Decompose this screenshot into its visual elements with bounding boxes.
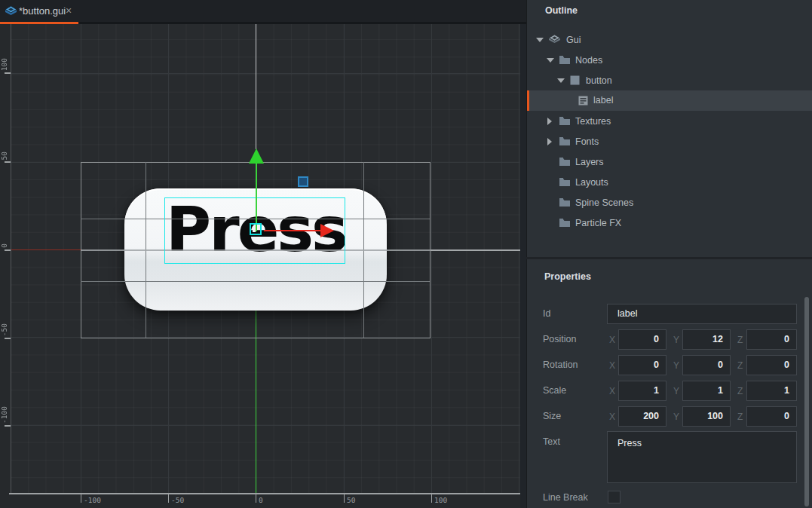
tree-label: Layouts [575, 177, 608, 188]
ruler-label: 0 [259, 496, 263, 504]
ruler-tick [5, 425, 11, 427]
ruler-tick [5, 72, 11, 74]
ruler-label: -100 [84, 496, 101, 504]
axis-x-label: X [609, 360, 615, 371]
expand-icon[interactable] [547, 138, 552, 145]
tree-row-gui[interactable]: Gui [527, 30, 812, 50]
property-label-line-break: Line Break [543, 492, 588, 503]
text-field[interactable]: Press [607, 431, 797, 483]
slice9-guide [81, 281, 430, 282]
tab-close-icon[interactable]: × [66, 5, 72, 17]
ruler-label: 0 [0, 243, 9, 248]
tree-label: Textures [575, 116, 611, 127]
collapse-icon[interactable] [547, 58, 554, 63]
ruler-line [9, 493, 520, 494]
move-handle-x-line[interactable] [264, 230, 321, 231]
scale-x-field[interactable]: 1 [618, 381, 666, 401]
collapse-icon[interactable] [557, 78, 565, 83]
position-y-field[interactable]: 12 [682, 329, 731, 350]
box-node-icon [570, 75, 580, 85]
ruler-label: 100 [0, 58, 9, 71]
grid-line [11, 73, 520, 74]
tree-label: Particle FX [575, 218, 621, 228]
ruler-left: 100 50 0 -50 -100 [0, 24, 11, 493]
ruler-label: -50 [0, 323, 9, 336]
tree-row-layers[interactable]: Layers [527, 152, 812, 173]
size-y-field[interactable]: 100 [682, 406, 731, 427]
size-z-field[interactable]: 0 [746, 406, 797, 427]
tab-title: *button.gui [19, 5, 66, 17]
rotation-y-field[interactable]: 0 [682, 355, 731, 375]
axis-z-label: Z [737, 386, 743, 396]
move-handle-x-arrow[interactable] [320, 224, 334, 237]
scale-z-field[interactable]: 1 [746, 381, 797, 401]
pivot-mark [253, 226, 256, 232]
axis-y-label: Y [673, 386, 679, 396]
property-label-rotation: Rotation [543, 360, 578, 370]
ruler-label: -100 [0, 406, 9, 424]
defold-editor-window: *button.gui × Press [0, 0, 812, 508]
grid-line [11, 425, 520, 426]
properties-header: Properties [544, 271, 591, 282]
tree-row-nodes[interactable]: Nodes [527, 50, 812, 71]
grid-line [519, 24, 519, 493]
tree-row-button[interactable]: button [527, 71, 812, 91]
axis-x-label: X [609, 386, 615, 396]
tree-label: Nodes [575, 55, 602, 66]
tree-label: Layers [575, 157, 604, 167]
folder-icon [559, 116, 570, 125]
collapse-icon[interactable] [536, 38, 544, 42]
move-handle-y-line[interactable] [256, 164, 257, 231]
folder-icon [559, 136, 570, 145]
expand-icon[interactable] [547, 118, 552, 125]
tree-row-label[interactable]: label [527, 90, 812, 111]
pivot-handle[interactable] [250, 223, 262, 235]
axis-x-label: X [609, 412, 615, 422]
tree-label: Fonts [575, 136, 599, 147]
rotation-x-field[interactable]: 0 [618, 355, 666, 375]
folder-icon [559, 218, 570, 227]
folder-icon [559, 55, 570, 64]
ruler-label: 50 [347, 496, 355, 504]
move-handle-y-arrow[interactable] [249, 148, 264, 164]
ruler-tick [5, 249, 11, 251]
scene-viewport[interactable]: Press [11, 24, 520, 493]
x-axis-red-line [11, 249, 81, 250]
ruler-label: 50 [0, 151, 9, 160]
property-label-scale: Scale [543, 385, 566, 396]
rotation-z-field[interactable]: 0 [746, 355, 797, 375]
axis-y-label: Y [673, 335, 679, 345]
size-x-field[interactable]: 200 [618, 406, 666, 427]
position-x-field[interactable]: 0 [618, 329, 666, 350]
tab-button-gui[interactable]: *button.gui × [0, 0, 78, 22]
scale-y-field[interactable]: 1 [682, 381, 731, 401]
grid-line [431, 24, 432, 493]
scale-handle-blue[interactable] [298, 176, 308, 187]
folder-icon [559, 177, 570, 186]
ruler-tick [81, 493, 81, 503]
ruler-tick [5, 338, 11, 339]
axis-z-label: Z [737, 335, 743, 345]
folder-icon [559, 157, 570, 166]
ruler-label: -50 [171, 496, 184, 504]
tree-label: label [593, 95, 613, 106]
ruler-tick [5, 161, 11, 163]
tree-row-layouts[interactable]: Layouts [527, 173, 812, 193]
tab-bar: *button.gui × [0, 0, 526, 22]
property-label-id: Id [543, 308, 550, 319]
tree-row-particle-fx[interactable]: Particle FX [527, 213, 812, 234]
properties-scrollbar[interactable] [804, 297, 809, 506]
line-break-checkbox[interactable] [608, 491, 620, 503]
tree-row-fonts[interactable]: Fonts [527, 132, 812, 152]
axis-z-label: Z [737, 412, 743, 422]
position-z-field[interactable]: 0 [746, 329, 797, 350]
tree-row-spine-scenes[interactable]: Spine Scenes [527, 193, 812, 213]
gui-bounds-horizontal-line [430, 249, 520, 251]
tree-row-textures[interactable]: Textures [527, 112, 812, 132]
text-node-icon [578, 96, 588, 106]
selected-row-accent [527, 90, 529, 111]
panel-divider [526, 257, 812, 259]
gui-bounds-vertical-line [256, 24, 256, 149]
outline-header: Outline [545, 5, 578, 16]
id-field[interactable]: label [607, 304, 797, 324]
